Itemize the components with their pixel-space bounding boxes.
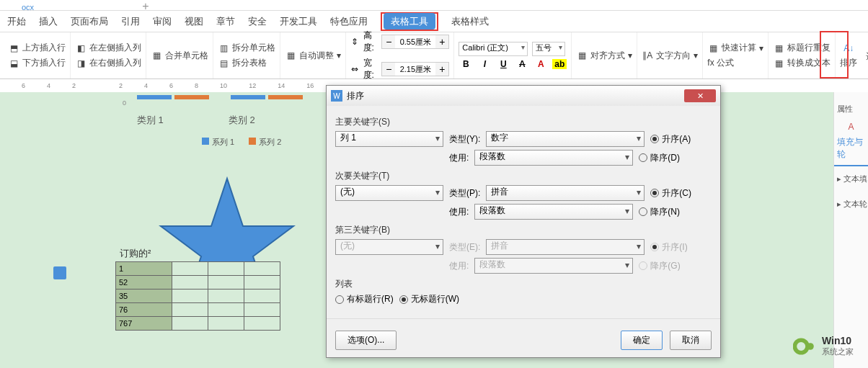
- insert-col-left[interactable]: ◧在左侧插入列: [75, 42, 141, 54]
- height-plus[interactable]: +: [435, 35, 448, 48]
- third-field-select: (无): [335, 239, 443, 255]
- to-text-button[interactable]: ▦转换成文本: [773, 57, 831, 69]
- split-cell[interactable]: ▥拆分单元格: [218, 42, 275, 54]
- tab-special[interactable]: 特色应用: [330, 15, 368, 28]
- table-row[interactable]: 767: [116, 317, 280, 331]
- dialog-close-button[interactable]: ✕: [684, 89, 716, 102]
- tab-chapter[interactable]: 章节: [216, 15, 235, 28]
- merge-cells[interactable]: ▦合并单元格: [151, 50, 208, 62]
- third-desc-radio: 降序(G): [639, 260, 680, 272]
- table-row[interactable]: 76: [116, 303, 280, 317]
- table-row[interactable]: 35: [116, 290, 280, 303]
- insert-row-above[interactable]: ⬒上方插入行: [8, 42, 66, 54]
- tab-security[interactable]: 安全: [248, 15, 267, 28]
- font-color-button[interactable]: A: [533, 59, 548, 69]
- italic-button[interactable]: I: [477, 59, 492, 69]
- right-panel: 属性 A 填充与轮 ▸ 文本填 ▸ 文本轮: [833, 92, 868, 368]
- watermark: Win10 系统之家: [793, 335, 854, 358]
- width-label: 宽度:: [363, 57, 378, 81]
- align-button[interactable]: ▦对齐方式 ▾: [576, 50, 632, 62]
- strike-button[interactable]: A: [515, 59, 529, 69]
- data-table[interactable]: 1 52 35 76 767: [115, 261, 280, 331]
- width-plus[interactable]: +: [435, 63, 448, 76]
- has-header-radio[interactable]: 有标题行(R): [335, 293, 394, 305]
- bold-button[interactable]: B: [459, 59, 473, 69]
- tab-start[interactable]: 开始: [7, 15, 26, 28]
- text-dir-icon: ∥A: [642, 50, 653, 61]
- size-select[interactable]: 五号: [532, 42, 565, 56]
- tab-insert[interactable]: 插入: [39, 15, 58, 28]
- use-label: 使用:: [449, 152, 469, 164]
- table-row[interactable]: 52: [116, 276, 280, 290]
- merge-icon: ▦: [151, 50, 162, 61]
- cancel-button[interactable]: 取消: [670, 331, 712, 350]
- font-select[interactable]: Calibri (正文): [459, 42, 528, 56]
- primary-desc-radio[interactable]: 降序(D): [639, 152, 680, 164]
- text-color-icon[interactable]: A: [834, 122, 868, 132]
- width-input[interactable]: [395, 63, 435, 76]
- type-y-label: 类型(Y):: [449, 133, 480, 145]
- category-1: 类别 1: [137, 114, 164, 127]
- formula-button[interactable]: fx 公式: [707, 57, 763, 69]
- highlight-button[interactable]: ab: [552, 59, 567, 69]
- insert-row-below[interactable]: ⬓下方插入行: [8, 57, 66, 69]
- watermark-logo-icon: [793, 335, 816, 358]
- text-dir-button[interactable]: ∥A文字方向 ▾: [642, 50, 698, 62]
- tab-table-style[interactable]: 表格样式: [451, 15, 489, 28]
- secondary-asc-radio[interactable]: 升序(C): [650, 187, 691, 199]
- primary-use-select[interactable]: 段落数: [474, 150, 633, 166]
- primary-key-label: 主要关键字(S): [335, 116, 712, 128]
- primary-asc-radio[interactable]: 升序(A): [650, 133, 691, 145]
- split-table[interactable]: ▤拆分表格: [218, 57, 275, 69]
- tab-dev[interactable]: 开发工具: [280, 15, 317, 28]
- dialog-title: 排序: [347, 90, 364, 102]
- tab-table-tools[interactable]: 表格工具: [384, 13, 435, 30]
- quick-calc-button[interactable]: ▦快速计算 ▾: [707, 42, 763, 54]
- sort-dialog: W 排序 ✕ 主要关键字(S) 列 1 类型(Y): 数字 升序(A) 使用: …: [326, 85, 721, 358]
- use-label-2: 使用:: [449, 206, 469, 218]
- ok-button[interactable]: 确定: [621, 331, 663, 350]
- tab-review[interactable]: 审阅: [153, 15, 172, 28]
- panel-fill-tab[interactable]: 填充与轮: [834, 132, 868, 166]
- insert-col-right[interactable]: ◨在右侧插入列: [75, 57, 141, 69]
- secondary-use-select[interactable]: 段落数: [474, 204, 633, 220]
- height-minus[interactable]: −: [382, 35, 395, 48]
- secondary-field-select[interactable]: (无): [335, 185, 443, 201]
- header-repeat-button[interactable]: ▦标题行重复: [773, 42, 831, 54]
- svg-point-1: [794, 340, 807, 353]
- use-label-3: 使用:: [449, 260, 469, 272]
- panel-text-fill[interactable]: ▸ 文本填: [834, 166, 868, 192]
- chart-categories: 类别 1 类别 2: [137, 114, 255, 127]
- dialog-titlebar[interactable]: W 排序 ✕: [327, 86, 720, 106]
- panel-attr[interactable]: 属性: [834, 97, 868, 122]
- tab-view[interactable]: 视图: [185, 15, 203, 28]
- underline-button[interactable]: U: [496, 59, 510, 69]
- primary-type-select[interactable]: 数字: [486, 131, 645, 147]
- tab-layout[interactable]: 页面布局: [71, 15, 108, 28]
- calc-icon: ▦: [707, 42, 719, 54]
- auto-adjust-icon: ▦: [285, 50, 296, 61]
- col-right-icon: ◨: [75, 58, 87, 69]
- height-input[interactable]: [395, 35, 435, 48]
- width-icon: ⇔: [350, 63, 359, 75]
- to-text-icon: ▦: [773, 58, 784, 69]
- table-caption: 订购的²: [120, 247, 151, 260]
- primary-field-select[interactable]: 列 1: [335, 131, 443, 147]
- panel-text-outline[interactable]: ▸ 文本轮: [834, 192, 868, 217]
- secondary-desc-radio[interactable]: 降序(N): [639, 206, 680, 218]
- no-header-radio[interactable]: 无标题行(W): [399, 293, 459, 305]
- sort-button[interactable]: A↓排序: [840, 42, 857, 69]
- tab-ref[interactable]: 引用: [121, 15, 140, 28]
- options-button[interactable]: 选项(O)...: [335, 331, 397, 350]
- chart-series-legend: 系列 1 系列 2: [202, 137, 281, 148]
- table-row[interactable]: 1: [116, 262, 280, 276]
- paragraph-helper-icon[interactable]: [53, 266, 66, 279]
- dialog-icon: W: [331, 90, 342, 102]
- width-minus[interactable]: −: [382, 63, 395, 76]
- secondary-key-label: 次要关键字(T): [335, 170, 712, 182]
- repeat-icon: ▦: [773, 42, 784, 54]
- file-ext: ocx: [22, 3, 34, 12]
- height-icon: ⇕: [350, 36, 359, 48]
- secondary-type-select[interactable]: 拼音: [486, 185, 645, 201]
- auto-adjust[interactable]: ▦自动调整 ▾: [285, 50, 341, 62]
